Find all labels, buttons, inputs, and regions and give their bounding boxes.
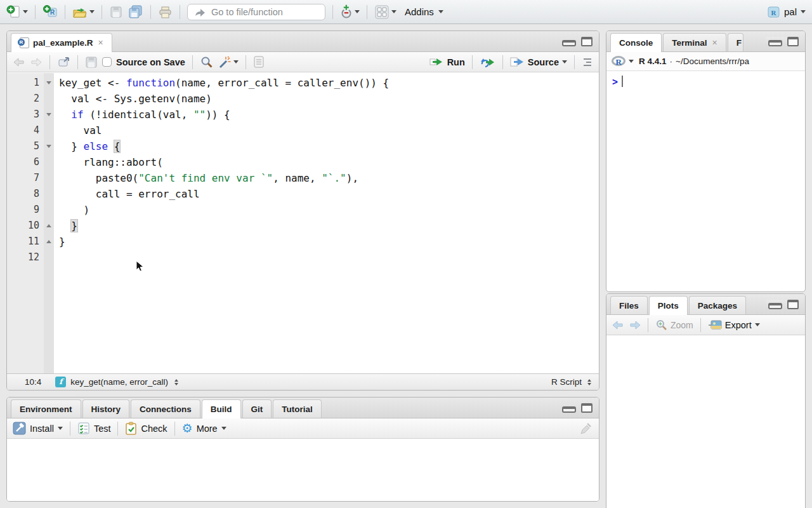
maximize-icon[interactable] <box>581 37 593 46</box>
code-line[interactable]: 6 rlang::abort( <box>7 154 599 170</box>
forward-icon[interactable] <box>30 57 43 68</box>
function-icon: f <box>55 377 66 387</box>
maximize-icon[interactable] <box>581 403 593 413</box>
next-plot-icon[interactable] <box>629 320 641 330</box>
minimize-icon[interactable] <box>562 406 576 413</box>
rerun-icon[interactable] <box>480 57 495 67</box>
fold-down-icon[interactable] <box>44 75 54 91</box>
zoom-magnifier-icon <box>655 319 667 331</box>
fold-up-icon[interactable] <box>44 218 54 234</box>
export-plot-button[interactable]: Export <box>708 320 760 330</box>
install-button[interactable]: Install <box>13 422 63 435</box>
code-tools-button[interactable] <box>218 55 239 69</box>
version-control-icon <box>340 4 353 19</box>
new-project-button[interactable]: R <box>43 4 58 19</box>
check-button[interactable]: Check <box>125 422 167 435</box>
line-number: 4 <box>7 123 44 138</box>
code-line[interactable]: 1key_get <- function(name, error_call = … <box>7 75 599 91</box>
code-line[interactable]: 9 ) <box>7 202 599 218</box>
fold-gutter-cell <box>44 186 54 202</box>
panes-layout-button[interactable] <box>374 4 396 20</box>
minimize-icon[interactable] <box>768 40 782 46</box>
separator <box>77 55 78 69</box>
fold-up-icon[interactable] <box>44 234 54 250</box>
zoom-plot-button[interactable]: Zoom <box>655 319 693 331</box>
tab-build[interactable]: Build <box>202 399 241 418</box>
tab-environment[interactable]: Environment <box>11 399 81 418</box>
tab-terminal[interactable]: Terminal × <box>663 33 726 51</box>
open-file-button[interactable] <box>72 5 95 19</box>
back-icon[interactable] <box>13 57 25 68</box>
code-line[interactable]: 2 val <- Sys.getenv(name) <box>7 91 599 107</box>
open-in-window-icon[interactable] <box>57 56 70 68</box>
line-number: 1 <box>7 75 44 91</box>
clear-broom-icon[interactable] <box>579 422 593 436</box>
project-icon: R <box>767 5 780 19</box>
fold-down-icon[interactable] <box>44 138 54 154</box>
find-replace-icon[interactable] <box>200 55 213 69</box>
more-button[interactable]: ⚙ More <box>182 422 226 434</box>
close-icon[interactable]: × <box>712 37 717 48</box>
version-control-button[interactable] <box>340 4 360 19</box>
goto-file-function-input[interactable]: Go to file/function <box>187 4 325 20</box>
tab-git[interactable]: Git <box>242 399 272 418</box>
tab-files[interactable]: Files <box>610 296 648 314</box>
separator <box>246 55 246 69</box>
editor-statusbar: 10:4 f key_get(name, error_call) R Scrip… <box>7 373 599 390</box>
print-button[interactable] <box>158 5 173 19</box>
tab-background-jobs[interactable]: F <box>728 33 743 51</box>
chevron-down-icon <box>23 10 28 13</box>
source-button[interactable]: Source <box>510 57 567 67</box>
scope-selector[interactable]: f key_get(name, error_call) <box>55 377 178 387</box>
fold-gutter-cell <box>44 170 54 186</box>
save-icon <box>109 5 123 19</box>
separator <box>192 55 193 69</box>
goto-arrow-icon <box>194 7 206 17</box>
save-all-button[interactable] <box>128 4 143 19</box>
tab-console[interactable]: Console <box>610 33 662 52</box>
code-line[interactable]: 11} <box>7 234 599 250</box>
run-button[interactable]: Run <box>429 57 465 67</box>
tab-pal-example[interactable]: pal_example.R × <box>11 33 112 52</box>
tab-label: Terminal <box>672 38 707 48</box>
previous-plot-icon[interactable] <box>612 320 624 330</box>
tab-history[interactable]: History <box>82 399 130 418</box>
code-text: } else { <box>54 138 120 154</box>
separator <box>150 5 151 19</box>
new-file-button[interactable] <box>6 4 28 19</box>
working-directory[interactable]: ~/Documents/rrr/pa <box>676 57 749 66</box>
addins-button[interactable]: Addins <box>405 6 443 17</box>
test-button[interactable]: Test <box>77 422 111 435</box>
chevron-down-icon[interactable] <box>629 60 634 63</box>
project-menu-button[interactable]: R pal <box>767 5 806 19</box>
code-text: rlang::abort( <box>54 154 163 170</box>
console-output[interactable]: > <box>606 71 805 92</box>
code-line[interactable]: 8 call = error_call <box>7 186 599 202</box>
minimize-icon[interactable] <box>562 40 576 46</box>
code-line[interactable]: 12 <box>7 250 599 265</box>
code-line[interactable]: 3 if (!identical(val, "")) { <box>7 107 599 123</box>
maximize-icon[interactable] <box>787 37 799 46</box>
save-icon[interactable] <box>85 56 98 69</box>
close-icon[interactable]: × <box>98 37 103 48</box>
source-on-save-checkbox[interactable] <box>102 57 112 67</box>
compile-report-icon[interactable] <box>253 55 265 69</box>
code-line[interactable]: 4 val <box>7 123 599 138</box>
fold-down-icon[interactable] <box>44 107 54 123</box>
code-line[interactable]: 10 } <box>7 218 599 234</box>
maximize-icon[interactable] <box>787 300 799 309</box>
tab-tutorial[interactable]: Tutorial <box>273 399 322 418</box>
line-number: 8 <box>7 186 44 202</box>
tab-connections[interactable]: Connections <box>131 399 200 418</box>
code-editor[interactable]: 1key_get <- function(name, error_call = … <box>7 73 599 373</box>
minimize-icon[interactable] <box>768 303 782 309</box>
tab-label: Files <box>619 301 639 311</box>
tab-plots[interactable]: Plots <box>649 296 688 315</box>
save-button[interactable] <box>109 5 123 19</box>
code-line[interactable]: 7 paste0("Can't find env var `", name, "… <box>7 170 599 186</box>
file-type-selector[interactable]: R Script <box>551 377 591 387</box>
tab-packages[interactable]: Packages <box>689 296 746 314</box>
document-outline-icon[interactable] <box>582 57 593 67</box>
line-number: 12 <box>7 250 44 265</box>
code-line[interactable]: 5 } else { <box>7 138 599 154</box>
